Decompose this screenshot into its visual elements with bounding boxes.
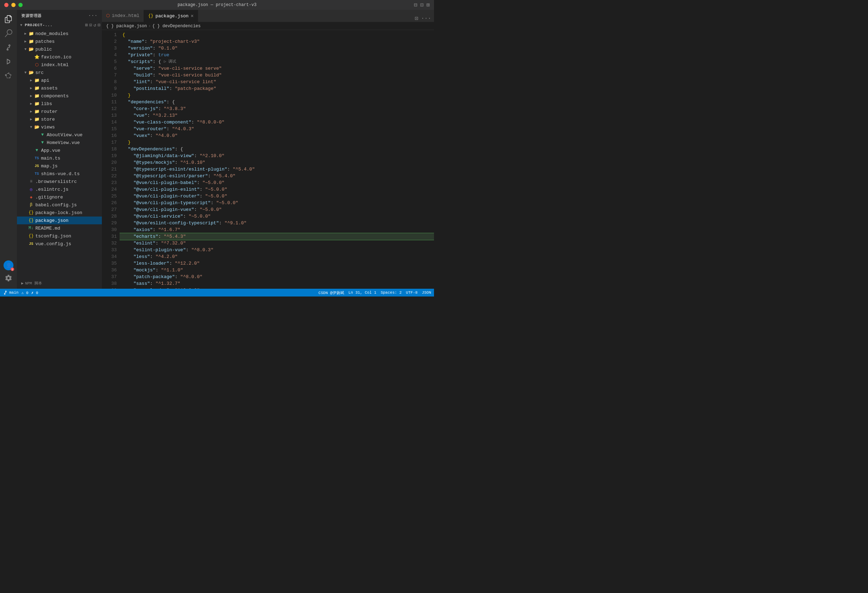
code-line: "serve": "vue-cli-service serve" [120, 65, 434, 72]
activity-search[interactable] [2, 27, 15, 40]
sidebar-item-vue-config[interactable]: ▶ JS vue.config.js [17, 240, 102, 248]
activity-settings[interactable] [2, 272, 15, 284]
line-number: 14 [105, 119, 117, 126]
folder-label: node_modules [35, 31, 102, 37]
sidebar-more-icon[interactable]: ··· [88, 13, 97, 18]
sidebar-item-babel[interactable]: ▶ β babel.config.js [17, 201, 102, 209]
account-avatar[interactable]: 👤 1 [3, 260, 13, 270]
sidebar-item-index-html[interactable]: ▶ ⬡ index.html [17, 61, 102, 69]
line-number: 28 [105, 213, 117, 220]
more-actions-icon[interactable]: ··· [421, 15, 431, 22]
split-editor-icon[interactable]: ⊡ [415, 15, 418, 22]
project-actions: ⊞ ⊡ ↺ ⊟ [85, 22, 102, 28]
colon-token: : [199, 193, 205, 200]
activity-explorer[interactable] [2, 13, 15, 25]
sidebar-item-components[interactable]: ▶ 📁 components [17, 92, 102, 100]
sidebar-item-homeview[interactable]: ▶ ▼ HomeView.vue [17, 139, 102, 146]
sidebar-header-actions: ··· [88, 13, 97, 18]
sidebar-item-map-js[interactable]: ▶ JS map.js [17, 162, 102, 170]
status-language[interactable]: JSON [422, 290, 431, 295]
npm-scripts-section[interactable]: ▶ NPM 脚本 [17, 278, 102, 289]
key-token: "core-js" [123, 105, 158, 112]
code-line: "build": "vue-cli-service build" [120, 72, 434, 78]
key-token: "@vue/cli-plugin-babel" [123, 179, 197, 186]
breadcrumb-separator: › [148, 24, 151, 29]
status-branch[interactable]: main [3, 290, 18, 295]
line-number: 22 [105, 173, 117, 179]
window-controls[interactable] [4, 3, 23, 7]
code-line: "echarts": "^5.4.3" [120, 233, 434, 240]
status-spaces[interactable]: Spaces: 2 [381, 290, 402, 295]
layout-icon-2[interactable]: ⊡ [420, 1, 424, 9]
refresh-icon[interactable]: ↺ [93, 22, 96, 28]
line-number: 36 [105, 267, 117, 274]
status-warnings[interactable]: ⚠ 0 [21, 290, 28, 295]
activity-source-control[interactable] [2, 41, 15, 54]
status-errors[interactable]: ✗ 0 [31, 290, 38, 295]
code-line: } [120, 139, 434, 146]
folder-icon: 📁 [34, 77, 40, 83]
code-line: "@types/mockjs": "^1.0.10" [120, 159, 434, 166]
sidebar-item-gitignore[interactable]: ▶ ◈ .gitignore [17, 193, 102, 201]
str-token: "^4.2.0" [156, 253, 177, 260]
sidebar-item-store[interactable]: ▶ 📁 store [17, 115, 102, 123]
activity-extensions[interactable] [2, 70, 15, 82]
sidebar-item-assets[interactable]: ▶ 📁 assets [17, 84, 102, 92]
sidebar-item-views[interactable]: ▼ 📂 views [17, 123, 102, 131]
key-token: "scripts" [123, 58, 153, 65]
file-label: package-lock.json [35, 210, 102, 216]
code-line: "less": "^4.2.0" [120, 253, 434, 260]
line-number: 5 [105, 58, 117, 65]
sidebar-item-router[interactable]: ▶ 📁 router [17, 108, 102, 115]
sidebar-item-main-ts[interactable]: ▶ TS main.ts [17, 154, 102, 162]
breadcrumb-section[interactable]: { } devDependencies [152, 24, 201, 29]
colon-token: : [194, 206, 200, 213]
status-cursor[interactable]: Ln 31, Col 1 [348, 290, 376, 295]
activity-run[interactable] [2, 55, 15, 68]
collapse-icon[interactable]: ⊟ [97, 22, 100, 28]
new-file-icon[interactable]: ⊞ [85, 22, 88, 28]
new-folder-icon[interactable]: ⊡ [90, 22, 92, 28]
status-encoding[interactable]: UTF-8 [406, 290, 418, 295]
str-token: "~5.0.0" [202, 179, 224, 186]
sidebar-item-patches[interactable]: ▶ 📁 patches [17, 37, 102, 45]
sidebar-item-app-vue[interactable]: ▶ ▼ App.vue [17, 146, 102, 154]
sidebar-item-tsconfig[interactable]: ▶ {} tsconfig.json [17, 232, 102, 240]
sidebar-item-browserslistrc[interactable]: ▶ ≡ .browserslistrc [17, 177, 102, 185]
sidebar-item-eslintrc[interactable]: ▶ ◎ .eslintrc.js [17, 185, 102, 193]
sidebar-item-shims[interactable]: ▶ TS shims-vue.d.ts [17, 170, 102, 177]
sidebar-item-readme[interactable]: ▶ M↓ README.md [17, 224, 102, 232]
sidebar-item-src[interactable]: ▼ 📂 src [17, 69, 102, 77]
layout-icon-3[interactable]: ⊞ [426, 1, 430, 9]
sidebar-item-node-modules[interactable]: ▶ 📁 node_modules [17, 30, 102, 37]
tab-close-icon[interactable]: ✕ [190, 13, 193, 18]
minimize-button[interactable] [11, 3, 16, 7]
vue-icon: ▼ [40, 132, 45, 138]
sidebar-item-package-json[interactable]: ▶ {} package.json [17, 217, 102, 224]
plain-token [123, 139, 128, 146]
tab-package-json[interactable]: {} package.json ✕ [144, 10, 198, 22]
key-token: "serve" [123, 65, 153, 72]
sidebar-item-public[interactable]: ▼ 📂 public [17, 45, 102, 53]
sidebar-item-package-lock[interactable]: ▶ {} package-lock.json [17, 209, 102, 217]
line-number: 7 [105, 72, 117, 78]
code-line: "postinstall": "patch-package" [120, 85, 434, 92]
line-number: 35 [105, 260, 117, 267]
breadcrumb-file[interactable]: { } package.json [106, 24, 147, 29]
sidebar-item-libs[interactable]: ▶ 📁 libs [17, 100, 102, 108]
project-root-item[interactable]: ▼ PROJECT-... ⊞ ⊡ ↺ ⊟ [17, 21, 102, 29]
line-number: 11 [105, 99, 117, 105]
code-content[interactable]: { "name": "project-chart-v3" "version": … [120, 30, 434, 289]
maximize-button[interactable] [18, 3, 23, 7]
sidebar-item-api[interactable]: ▶ 📁 api [17, 77, 102, 84]
str-token: "^4.0.0" [156, 132, 177, 139]
folder-icon: 📁 [34, 101, 40, 106]
sidebar-item-aboutview[interactable]: ▶ ▼ AboutView.vue [17, 131, 102, 139]
folder-label: patches [35, 39, 102, 44]
layout-icon-1[interactable]: ⊟ [414, 1, 417, 9]
sidebar-item-favicon[interactable]: ▶ ⭐ favicon.ico [17, 53, 102, 61]
tab-index-html[interactable]: ⬡ index.html [102, 10, 144, 22]
npm-scripts-label: NPM 脚本 [25, 281, 42, 286]
close-button[interactable] [4, 3, 9, 7]
folder-label: assets [41, 86, 102, 91]
